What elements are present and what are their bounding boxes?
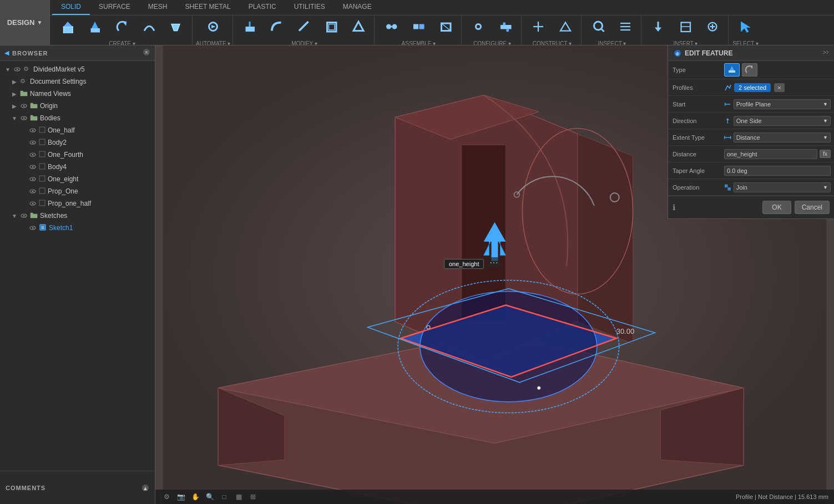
- extent-type-select[interactable]: Distance ▼: [734, 133, 831, 142]
- tool-btn-rigid[interactable]: [432, 16, 459, 39]
- tree-check-prop-one[interactable]: [39, 187, 46, 196]
- viewport-settings-icon[interactable]: ⚙: [161, 491, 172, 502]
- tree-eye-root[interactable]: [13, 65, 21, 73]
- tool-btn-joint[interactable]: [378, 16, 405, 39]
- taper-angle-input[interactable]: [724, 166, 831, 176]
- viewport-pan-icon[interactable]: ✋: [190, 491, 201, 502]
- tree-expand-named-views[interactable]: ▶: [11, 90, 18, 97]
- tree-check-one-fourth[interactable]: [39, 151, 46, 159]
- type-revolve-btn[interactable]: [742, 63, 757, 77]
- tree-eye-one-fourth[interactable]: [29, 151, 37, 159]
- tree-item-one-eight[interactable]: One_eight: [0, 173, 155, 185]
- viewport-zoom-icon[interactable]: 🔍: [204, 491, 215, 502]
- tool-btn-construct1[interactable]: [525, 16, 552, 39]
- tab-plastic[interactable]: PLASTIC: [240, 0, 285, 15]
- type-extrude-btn[interactable]: [724, 63, 740, 77]
- tree-item-root[interactable]: ▼⚙DividedMarket v5: [0, 63, 155, 75]
- tree-eye-bodies[interactable]: [20, 114, 28, 122]
- tree-expand-doc-settings[interactable]: ▶: [11, 78, 18, 85]
- tool-btn-insert3[interactable]: [699, 16, 726, 39]
- operation-select[interactable]: Join ▼: [734, 182, 831, 192]
- tree-eye-one-eight[interactable]: [29, 175, 37, 183]
- tab-utilities[interactable]: UTILITIES: [285, 0, 334, 15]
- viewport-grid-icon[interactable]: ⊞: [247, 491, 259, 502]
- tree-item-bodies[interactable]: ▼Bodies: [0, 112, 155, 124]
- viewport-view-icon[interactable]: □: [219, 491, 230, 502]
- viewport-display-icon[interactable]: ▦: [233, 491, 244, 502]
- tree-item-body2[interactable]: Body2: [0, 136, 155, 149]
- tool-btn-chamfer[interactable]: [291, 16, 317, 39]
- start-select[interactable]: Profile Plane ▼: [734, 99, 831, 109]
- tab-manage[interactable]: MANAGE: [334, 0, 381, 15]
- tree-item-named-views[interactable]: ▶Named Views: [0, 88, 155, 100]
- tree-item-origin[interactable]: ▶Origin: [0, 100, 155, 112]
- tool-btn-construct2[interactable]: [552, 16, 579, 39]
- tree-eye-origin[interactable]: [20, 102, 28, 110]
- tree-eye-prop-one-half[interactable]: [29, 200, 37, 207]
- tree-item-sketch1[interactable]: SSketch1: [0, 222, 155, 234]
- tree-check-body4[interactable]: [39, 163, 46, 171]
- tool-group-assemble: ASSEMBLE ▾: [376, 16, 462, 45]
- tool-btn-configure1[interactable]: [465, 16, 492, 39]
- tree-item-prop-one[interactable]: Prop_One: [0, 185, 155, 197]
- tree-item-body4[interactable]: Body4: [0, 161, 155, 173]
- tree-eye-prop-one[interactable]: [29, 187, 37, 195]
- design-dropdown[interactable]: DESIGN ▼: [0, 0, 50, 45]
- tool-btn-insert1[interactable]: [645, 16, 671, 39]
- tree-settings-doc-settings[interactable]: ⚙: [20, 78, 28, 85]
- tree-expand-sketches[interactable]: ▼: [11, 212, 18, 219]
- direction-select[interactable]: One Side ▼: [734, 116, 831, 126]
- tree-settings-root[interactable]: ⚙: [23, 65, 31, 73]
- ef-cancel-btn[interactable]: Cancel: [795, 201, 830, 214]
- tool-btn-shell[interactable]: [318, 16, 345, 39]
- tree-eye-sketch1[interactable]: [29, 224, 37, 232]
- tool-btn-insert2[interactable]: [672, 16, 699, 39]
- tree-check-prop-one-half[interactable]: [39, 200, 46, 208]
- tree-eye-sketches[interactable]: [20, 212, 28, 220]
- profiles-clear-btn[interactable]: ×: [774, 83, 784, 92]
- tool-btn-configure2[interactable]: [492, 16, 519, 39]
- tool-btn-inspect1[interactable]: [585, 16, 611, 39]
- tool-btn-revolve[interactable]: [109, 16, 135, 39]
- tree-expand-origin[interactable]: ▶: [11, 103, 18, 109]
- distance-input[interactable]: [724, 149, 817, 159]
- distance-fx-btn[interactable]: fx: [820, 150, 831, 158]
- tool-btn-inspect2[interactable]: [612, 16, 639, 39]
- comments-toggle[interactable]: ▲: [141, 484, 149, 492]
- tool-btn-loft[interactable]: [163, 16, 190, 39]
- tree-item-doc-settings[interactable]: ▶⚙Document Settings: [0, 75, 155, 88]
- edit-feature-collapse[interactable]: >>: [822, 49, 828, 57]
- tree-expand-bodies[interactable]: ▼: [11, 115, 18, 121]
- viewport-camera-icon[interactable]: 📷: [175, 491, 186, 502]
- tree-eye-body4[interactable]: [29, 163, 37, 171]
- tree-expand-root[interactable]: ▼: [4, 66, 11, 73]
- tree-check-one-eight[interactable]: [39, 175, 46, 184]
- tool-btn-as-built[interactable]: [405, 16, 432, 39]
- tool-btn-sweep[interactable]: [136, 16, 163, 39]
- tool-btn-new-component[interactable]: [54, 16, 81, 39]
- tool-btn-extrude[interactable]: [82, 16, 108, 39]
- tab-sheet-metal[interactable]: SHEET METAL: [176, 0, 239, 15]
- badge-menu[interactable]: ⋯: [487, 257, 501, 268]
- tool-btn-automate[interactable]: [200, 16, 226, 39]
- tree-check-one-half[interactable]: [39, 126, 46, 135]
- tab-solid[interactable]: SOLID: [52, 0, 90, 15]
- tree-item-prop-one-half[interactable]: Prop_one_half: [0, 197, 155, 210]
- viewport[interactable]: 30.00 one_height ⋯ FRONT RIGHT X Y Z ⊕: [155, 45, 834, 504]
- tree-label-prop-one-half: Prop_one_half: [48, 200, 91, 207]
- tree-eye-one-half[interactable]: [29, 126, 37, 134]
- tool-btn-draft[interactable]: [345, 16, 372, 39]
- tab-surface[interactable]: SURFACE: [90, 0, 139, 15]
- tool-btn-select[interactable]: [732, 16, 759, 39]
- tree-eye-body2[interactable]: [29, 139, 37, 146]
- browser-close-btn[interactable]: ×: [143, 48, 150, 58]
- profiles-selected-btn[interactable]: 2 selected: [734, 83, 771, 92]
- tree-item-sketches[interactable]: ▼Sketches: [0, 210, 155, 222]
- tool-btn-press-pull[interactable]: [236, 16, 263, 39]
- tree-item-one-fourth[interactable]: One_Fourth: [0, 149, 155, 161]
- tree-item-one-half[interactable]: One_half: [0, 124, 155, 136]
- ef-ok-btn[interactable]: OK: [762, 201, 791, 214]
- tool-btn-fillet[interactable]: [264, 16, 290, 39]
- tree-check-body2[interactable]: [39, 139, 46, 147]
- tab-mesh[interactable]: MESH: [139, 0, 176, 15]
